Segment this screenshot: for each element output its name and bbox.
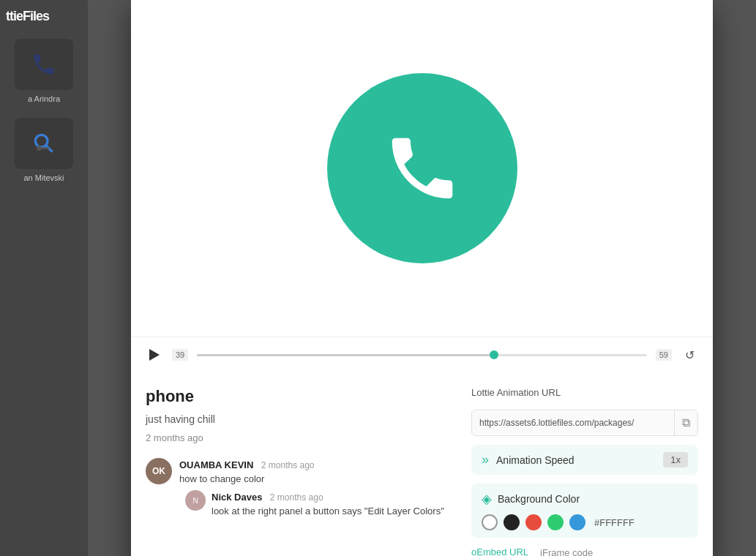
content-area: phone just having chill 2 months ago OK … [131, 372, 713, 556]
right-panel: Lottie Animation URL ⧉ » Animation Speed… [471, 387, 698, 556]
swatch-black[interactable] [504, 514, 520, 530]
swatch-blue[interactable] [569, 514, 585, 530]
hex-label: #FFFFFF [594, 517, 635, 528]
phone-handset-icon [382, 128, 463, 209]
color-swatches: #FFFFFF [482, 514, 688, 530]
animation-speed-card: » Animation Speed 1x [471, 445, 698, 475]
play-icon [149, 349, 160, 361]
speed-label: Animation Speed [496, 454, 656, 466]
bg-color-icon: ◈ [482, 491, 492, 507]
frame-end-label: 59 [656, 349, 672, 361]
reply-text-1: look at the right panel a button says "E… [212, 506, 454, 516]
reply-body-1: Nick Daves 2 months ago look at the righ… [212, 490, 454, 516]
avatar-ouamba: OK [146, 458, 172, 484]
url-input[interactable] [472, 412, 674, 434]
reply-item: N Nick Daves 2 months ago look at the ri… [185, 490, 454, 516]
swatch-green[interactable] [547, 514, 564, 530]
tab-iframe[interactable]: iFrame code [540, 547, 593, 556]
comment-time-1: 2 months ago [261, 460, 315, 470]
reply-author-1: Nick Daves [212, 492, 262, 503]
preview-area [131, 0, 713, 337]
scrubber-track[interactable] [197, 354, 647, 356]
bg-color-header: ◈ Background Color [482, 491, 688, 507]
left-panel: phone just having chill 2 months ago OK … [146, 387, 454, 556]
comment-item: OK OUAMBA KEVIN 2 months ago how to chan… [146, 458, 454, 516]
comment-author-1: OUAMBA KEVIN [179, 459, 253, 470]
lottie-url-label: Lottie Animation URL [471, 387, 698, 398]
comment-text-1: how to change color [179, 473, 454, 484]
background-color-card: ◈ Background Color #FFFFFF [471, 484, 698, 538]
swatch-red[interactable] [525, 514, 542, 530]
comments-section: OK OUAMBA KEVIN 2 months ago how to chan… [146, 458, 454, 516]
scrubber-fill [197, 354, 494, 356]
comment-body-1: OUAMBA KEVIN 2 months ago how to change … [179, 458, 454, 516]
playback-bar: 39 59 ↺ [131, 337, 713, 372]
animation-description: just having chill [146, 413, 454, 425]
speed-icon: » [482, 452, 489, 467]
scrubber-thumb[interactable] [490, 350, 498, 359]
frame-start-label: 39 [172, 349, 188, 361]
copy-button[interactable]: ⧉ [674, 410, 697, 435]
bg-color-label: Background Color [498, 493, 580, 505]
tab-oembed[interactable]: oEmbed URL [471, 546, 528, 556]
avatar-nick: N [185, 490, 206, 511]
copy-icon: ⧉ [682, 416, 690, 429]
modal: 39 59 ↺ phone just having chill 2 months… [131, 0, 713, 556]
embed-tabs: oEmbed URL iFrame code [471, 546, 698, 556]
swatch-white[interactable] [482, 514, 498, 530]
animation-preview [327, 73, 517, 263]
modal-overlay: 39 59 ↺ phone just having chill 2 months… [0, 0, 756, 556]
animation-title: phone [146, 387, 454, 406]
speed-badge[interactable]: 1x [663, 452, 688, 467]
url-row: ⧉ [471, 410, 698, 436]
animation-date: 2 months ago [146, 432, 454, 443]
reply-time-1: 2 months ago [270, 492, 323, 503]
replay-icon: ↺ [685, 348, 695, 362]
replay-button[interactable]: ↺ [681, 346, 698, 364]
play-button[interactable] [146, 346, 163, 364]
